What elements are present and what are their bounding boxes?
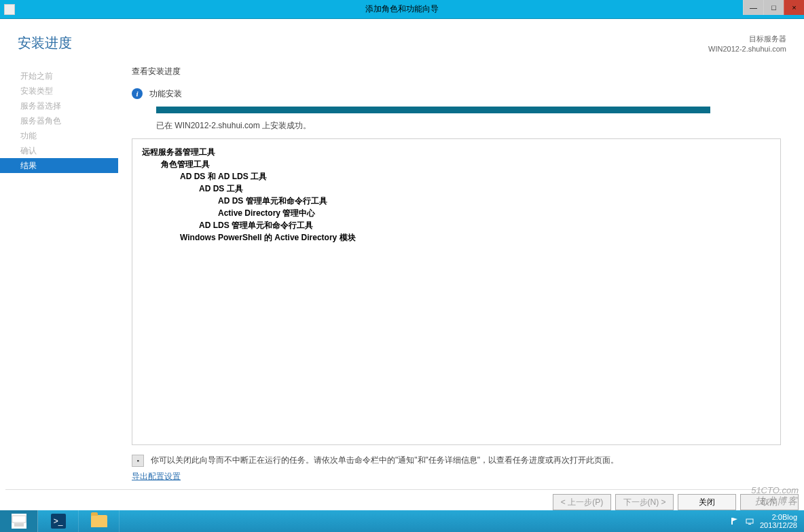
system-tray[interactable]: 2:0Blog 2013/12/28 <box>730 510 800 532</box>
next-button[interactable]: 下一步(N) > <box>615 494 674 510</box>
close-note: ▪ 你可以关闭此向导而不中断正在运行的任务。请依次单击命令栏中的"通知"和"任务… <box>132 455 781 467</box>
svg-rect-0 <box>12 516 26 522</box>
view-progress-label: 查看安装进度 <box>132 63 781 77</box>
taskbar-explorer[interactable] <box>79 510 120 532</box>
title-bar: 添加角色和功能向导 — □ × <box>0 0 804 19</box>
tree-remote-admin-tools: 远程服务器管理工具 <box>142 146 771 158</box>
server-manager-icon <box>12 514 26 529</box>
export-config-link[interactable]: 导出配置设置 <box>132 471 781 482</box>
sidebar-item-installation-type: 安装类型 <box>0 83 118 98</box>
window-title: 添加角色和功能向导 <box>0 3 804 15</box>
sidebar-item-confirmation: 确认 <box>0 143 118 158</box>
start-button[interactable] <box>0 510 38 532</box>
tree-powershell-ad-module: Windows PowerShell 的 Active Directory 模块 <box>142 231 771 244</box>
dest-label: 目标服务器 <box>708 34 786 44</box>
action-center-icon[interactable] <box>730 516 739 526</box>
svg-rect-3 <box>748 524 751 525</box>
previous-button[interactable]: < 上一步(P) <box>553 494 611 510</box>
page-title: 安装进度 <box>18 34 72 52</box>
sidebar-item-features: 功能 <box>0 128 118 143</box>
tray-clock[interactable]: 2:0Blog 2013/12/28 <box>760 513 800 529</box>
note-icon: ▪ <box>132 455 144 467</box>
tree-role-admin-tools: 角色管理工具 <box>142 158 771 170</box>
sidebar-item-server-roles: 服务器角色 <box>0 113 118 128</box>
taskbar: >_ 2:0Blog 2013/12/28 <box>0 510 804 532</box>
install-success-msg: 已在 WIN2012-2.shuhui.com 上安装成功。 <box>156 120 781 132</box>
svg-rect-2 <box>746 519 753 523</box>
status-row: i 功能安装 <box>132 88 781 100</box>
wizard-header: 安装进度 目标服务器 WIN2012-2.shuhui.com <box>0 19 804 63</box>
sidebar-item-before-you-begin: 开始之前 <box>0 69 118 83</box>
powershell-icon: >_ <box>51 514 66 529</box>
sidebar-item-results[interactable]: 结果 <box>0 158 118 173</box>
tree-adds-adlds-tools: AD DS 和 AD LDS 工具 <box>142 170 771 183</box>
destination-server: 目标服务器 WIN2012-2.shuhui.com <box>708 34 786 55</box>
taskbar-powershell[interactable]: >_ <box>38 510 79 532</box>
minimize-button[interactable]: — <box>743 0 763 15</box>
maximize-button[interactable]: □ <box>763 0 784 15</box>
close-wizard-button[interactable]: 关闭 <box>678 494 736 510</box>
install-progress-bar <box>156 107 710 113</box>
dest-value: WIN2012-2.shuhui.com <box>708 44 786 54</box>
sidebar-item-server-selection: 服务器选择 <box>0 98 118 113</box>
svg-rect-1 <box>14 523 24 527</box>
wizard-content: 查看安装进度 i 功能安装 已在 WIN2012-2.shuhui.com 上安… <box>118 63 790 484</box>
folder-icon <box>91 515 107 527</box>
info-icon: i <box>132 88 143 99</box>
close-button[interactable]: × <box>784 0 804 15</box>
tree-adac: Active Directory 管理中心 <box>142 207 771 219</box>
close-note-text: 你可以关闭此向导而不中断正在运行的任务。请依次单击命令栏中的"通知"和"任务详细… <box>151 455 619 466</box>
wizard-footer: < 上一步(P) 下一步(N) > 关闭 取消 <box>553 494 799 510</box>
tree-adds-snapins-cmdline: AD DS 管理单元和命令行工具 <box>142 195 771 207</box>
cancel-button[interactable]: 取消 <box>740 494 799 510</box>
footer-separator <box>5 489 799 490</box>
wizard-sidebar: 开始之前 安装类型 服务器选择 服务器角色 功能 确认 结果 <box>0 63 118 484</box>
installed-features-panel: 远程服务器管理工具 角色管理工具 AD DS 和 AD LDS 工具 AD DS… <box>132 138 781 445</box>
tree-adlds-snapins-cmdline: AD LDS 管理单元和命令行工具 <box>142 219 771 231</box>
window-controls: — □ × <box>743 0 804 15</box>
network-icon[interactable] <box>745 516 754 526</box>
tree-adds-tools: AD DS 工具 <box>142 183 771 195</box>
feature-install-label: 功能安装 <box>149 88 182 100</box>
wizard-body: 开始之前 安装类型 服务器选择 服务器角色 功能 确认 结果 查看安装进度 i … <box>0 63 804 484</box>
